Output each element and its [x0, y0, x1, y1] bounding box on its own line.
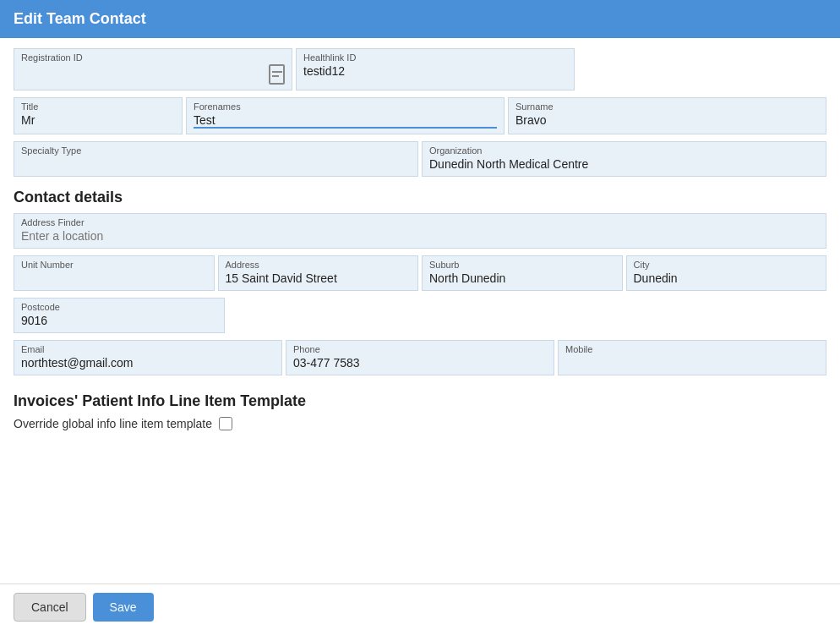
title-field: Title [14, 97, 183, 134]
phone-input[interactable] [293, 356, 547, 370]
healthlink-id-input[interactable] [303, 64, 567, 78]
email-field: Email [14, 340, 282, 375]
title-label: Title [21, 101, 175, 112]
email-label: Email [21, 344, 275, 354]
unit-number-label: Unit Number [21, 260, 207, 270]
registration-id-label: Registration ID [21, 52, 285, 63]
postcode-label: Postcode [21, 302, 217, 312]
suburb-input[interactable] [429, 271, 615, 285]
address-finder-input[interactable] [21, 229, 819, 243]
mobile-input[interactable] [565, 356, 819, 370]
organization-field: Organization [422, 141, 826, 177]
organization-label: Organization [429, 145, 819, 156]
address-finder-label: Address Finder [21, 217, 819, 227]
surname-label: Surname [515, 101, 819, 112]
footer: Cancel Save [0, 583, 840, 630]
title-input[interactable] [21, 113, 175, 127]
specialty-type-label: Specialty Type [21, 145, 411, 156]
healthlink-id-label: Healthlink ID [303, 52, 567, 63]
page-title: Edit Team Contact [14, 10, 146, 27]
forenames-field: Forenames [186, 97, 505, 134]
specialty-type-input[interactable] [21, 157, 411, 171]
contact-details-title: Contact details [14, 189, 826, 206]
phone-field: Phone [286, 340, 554, 375]
suburb-field: Suburb [422, 255, 623, 291]
address-label: Address [226, 260, 412, 270]
override-checkbox-row: Override global info line item template [14, 417, 826, 430]
page-header: Edit Team Contact [0, 0, 840, 38]
unit-number-input[interactable] [21, 271, 207, 285]
address-input[interactable] [226, 271, 412, 285]
mobile-label: Mobile [565, 344, 819, 354]
postcode-field: Postcode [14, 298, 225, 333]
id-card-icon [269, 64, 285, 85]
city-label: City [634, 260, 820, 270]
registration-id-field: Registration ID [14, 48, 292, 90]
forenames-label: Forenames [194, 101, 497, 112]
override-checkbox[interactable] [219, 417, 232, 430]
cancel-button[interactable]: Cancel [14, 593, 86, 622]
address-field: Address [218, 255, 419, 291]
city-input[interactable] [634, 271, 820, 285]
suburb-label: Suburb [429, 260, 615, 270]
postcode-input[interactable] [21, 314, 217, 327]
email-input[interactable] [21, 356, 275, 370]
surname-input[interactable] [515, 113, 819, 127]
surname-field: Surname [508, 97, 826, 134]
address-finder-field: Address Finder [14, 213, 826, 249]
city-field: City [626, 255, 827, 291]
save-button[interactable]: Save [93, 593, 154, 622]
phone-label: Phone [293, 344, 547, 354]
unit-number-field: Unit Number [14, 255, 215, 291]
mobile-field: Mobile [558, 340, 826, 375]
specialty-type-field: Specialty Type [14, 141, 418, 177]
organization-input[interactable] [429, 157, 819, 171]
healthlink-id-field: Healthlink ID [296, 48, 575, 90]
override-label: Override global info line item template [14, 417, 212, 430]
forenames-input[interactable] [194, 113, 497, 129]
invoices-section-title: Invoices' Patient Info Line Item Templat… [14, 392, 826, 410]
